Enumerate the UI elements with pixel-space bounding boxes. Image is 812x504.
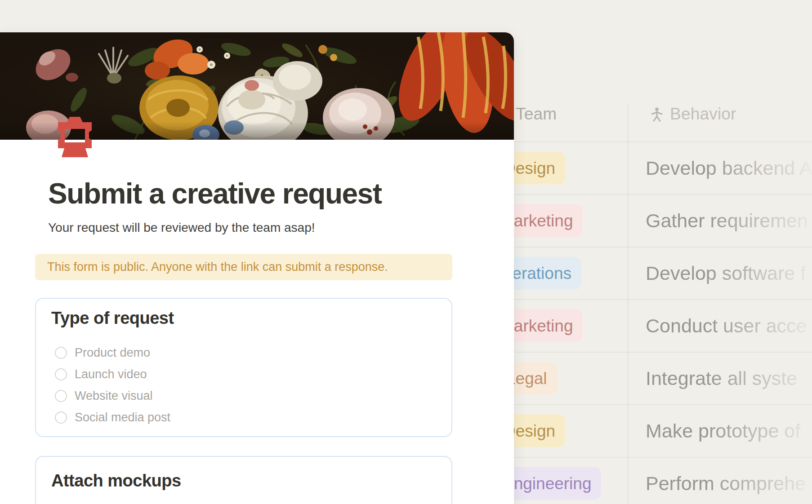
form-title: Submit a creative request [48, 177, 381, 210]
behavior-cell: Develop backend A [646, 157, 812, 179]
question-label: Attach mockups [51, 471, 181, 491]
question-label: Type of request [51, 309, 174, 328]
public-form-banner: This form is public. Anyone with the lin… [35, 254, 452, 280]
question-card-attach-mockups: Attach mockups [35, 456, 452, 504]
radio-label: Website visual [75, 389, 153, 403]
behavior-cell: Gather requiremen [646, 209, 812, 231]
radio-label: Product demo [75, 346, 150, 360]
person-icon [649, 106, 665, 123]
radio-option-website-visual[interactable]: Website visual [36, 385, 453, 407]
screen: Team Behavior Design Develop backend A M… [0, 0, 812, 504]
form-subtitle: Your request will be reviewed by the tea… [48, 221, 315, 235]
radio-circle [55, 368, 67, 380]
behavior-cell: Develop software f [646, 262, 812, 284]
radio-option-launch-video[interactable]: Launch video [36, 363, 453, 385]
column-header-team: Team [516, 105, 557, 124]
radio-option-social-media-post[interactable]: Social media post [36, 407, 453, 428]
behavior-cell: Conduct user acce [646, 314, 812, 336]
radio-label: Launch video [75, 367, 147, 381]
radio-circle [55, 411, 67, 424]
banner-text: This form is public. Anyone with the lin… [47, 260, 388, 274]
behavior-cell: Integrate all syste [646, 367, 812, 389]
question-card-type-of-request: Type of request Product demo Launch vide… [35, 298, 452, 437]
radio-circle [55, 390, 67, 402]
radio-label: Social media post [75, 411, 170, 424]
form-panel: Submit a creative request Your request w… [0, 32, 514, 504]
frame-icon [53, 117, 97, 157]
behavior-cell: Make prototype of [646, 420, 812, 442]
radio-option-product-demo[interactable]: Product demo [36, 342, 453, 363]
behavior-cell: Perform comprehe [646, 472, 812, 494]
radio-circle [55, 347, 67, 359]
column-header-behavior: Behavior [670, 105, 736, 124]
